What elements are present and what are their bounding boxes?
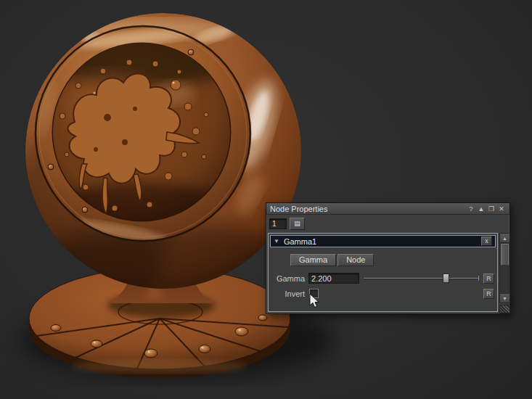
vertical-scrollbar[interactable]: ▲ ▼ [499,233,510,303]
preview-viewport[interactable]: Node Properties ? ▲ ❐ ✕ ▤ ▼ Gamma1 x Gam… [0,0,532,399]
panel-toolbar: ▤ [266,215,510,230]
collapse-triangle-icon[interactable]: ▼ [274,238,279,244]
gamma-slider[interactable] [362,273,480,284]
tab-gamma[interactable]: Gamma [290,254,336,266]
popout-icon[interactable]: ❐ [487,205,496,213]
remove-node-button[interactable]: x [481,236,492,246]
invert-reset-button[interactable]: R [483,289,494,299]
form-edit-button[interactable]: ▤ [290,218,305,230]
tab-bar: Gamma Node [290,254,497,266]
gamma-value-input[interactable] [308,273,359,284]
panel-resize-grip[interactable] [499,305,510,313]
shader-ball-render [0,0,532,399]
invert-label: Invert [269,289,308,298]
properties-form: ▼ Gamma1 x Gamma Node Gamma R Invert [268,233,498,312]
mouse-cursor-icon [309,293,321,309]
panel-titlebar[interactable]: Node Properties ? ▲ ❐ ✕ [266,203,510,215]
panel-title: Node Properties [270,205,465,213]
node-header[interactable]: ▼ Gamma1 x [270,235,496,247]
gamma-slider-handle[interactable] [443,273,449,283]
index-input[interactable] [269,218,287,229]
node-properties-panel: Node Properties ? ▲ ❐ ✕ ▤ ▼ Gamma1 x Gam… [266,202,510,314]
scroll-down-button[interactable]: ▼ [500,293,510,303]
gamma-reset-button[interactable]: R [483,273,494,284]
tab-node[interactable]: Node [337,254,374,266]
gamma-label: Gamma [269,274,308,283]
gamma-parameter-row: Gamma R [269,272,497,284]
close-icon[interactable]: ✕ [497,205,506,213]
scrollbar-track[interactable] [500,266,510,293]
node-name-label: Gamma1 [284,237,481,246]
scrollbar-thumb[interactable] [501,244,509,266]
scroll-up-button[interactable]: ▲ [500,234,510,243]
help-icon[interactable]: ? [467,205,475,213]
pin-icon[interactable]: ▲ [477,205,486,213]
invert-parameter-row: Invert R [269,287,497,300]
